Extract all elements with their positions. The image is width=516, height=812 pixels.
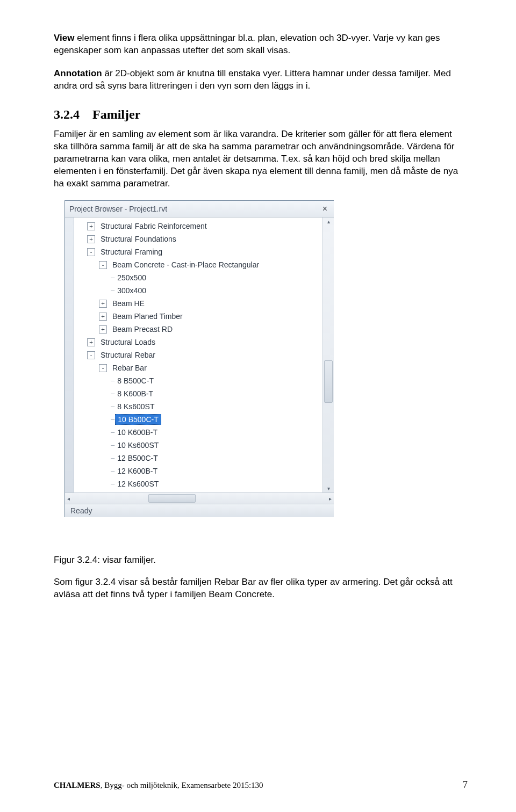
tree-item[interactable]: —12 Ks600ST <box>75 477 322 490</box>
tree-connector-icon: — <box>111 480 114 488</box>
bold-term-annotation: Annotation <box>54 68 102 78</box>
tree-item-label[interactable]: Beam Planed Timber <box>110 311 185 321</box>
vertical-scrollbar[interactable]: ▴ ▾ <box>322 218 334 492</box>
hscroll-track[interactable] <box>72 493 327 504</box>
tree-item[interactable]: -Beam Concrete - Cast-in-Place Rectangul… <box>75 258 322 271</box>
tree-view[interactable]: +Structural Fabric Reinforcement+Structu… <box>74 218 322 492</box>
tree-item[interactable]: —10 Ks600ST <box>75 439 322 452</box>
vscroll-thumb[interactable] <box>324 360 333 403</box>
document-page: View element finns i flera olika uppsätt… <box>0 0 516 812</box>
tree-item[interactable]: +Structural Fabric Reinforcement <box>75 220 322 233</box>
figure-caption: Figur 3.2.4: visar familjer. <box>54 555 468 566</box>
tree-item-label[interactable]: Beam HE <box>110 299 147 308</box>
collapse-icon[interactable]: - <box>99 261 107 269</box>
paragraph-view-rest: element finns i flera olika uppsättninga… <box>54 33 440 55</box>
footer-source: CHALMERS, Bygg- och miljöteknik, Examens… <box>54 781 263 790</box>
page-footer: CHALMERS, Bygg- och miljöteknik, Examens… <box>54 779 468 791</box>
tree-connector-icon: — <box>111 403 114 410</box>
tree-item-label[interactable]: 10 B500C-T <box>115 414 161 425</box>
footer-org: CHALMERS <box>54 781 101 789</box>
project-browser-panel: Project Browser - Project1.rvt × +Struct… <box>64 200 334 517</box>
tree-item[interactable]: —10 K600B-T <box>75 426 322 439</box>
tree-item-label[interactable]: 10 K600B-T <box>115 427 160 437</box>
tree-connector-icon: — <box>111 274 114 281</box>
tree-item-label[interactable]: Beam Precast RD <box>110 324 175 334</box>
tree-item[interactable]: -Structural Framing <box>75 245 322 258</box>
page-number: 7 <box>463 779 468 791</box>
tree-item[interactable]: —12 K600B-T <box>75 465 322 477</box>
tree-item-label[interactable]: Structural Loads <box>98 337 157 347</box>
tree-item-label[interactable]: 12 K600B-T <box>115 466 160 476</box>
tree-connector-icon: — <box>111 377 114 385</box>
paragraph-view: View element finns i flera olika uppsätt… <box>54 32 468 57</box>
tree-item[interactable]: +Structural Loads <box>75 336 322 349</box>
tree-connector-icon: — <box>111 454 114 462</box>
tree-item-label[interactable]: Structural Fabric Reinforcement <box>98 221 209 231</box>
expand-icon[interactable]: + <box>87 235 95 243</box>
scroll-up-icon[interactable]: ▴ <box>327 218 330 226</box>
close-icon[interactable]: × <box>320 204 329 214</box>
tree-item[interactable]: +Beam Precast RD <box>75 323 322 336</box>
paragraph-after-figure: Som figur 3.2.4 visar så består familjen… <box>54 576 468 601</box>
tree-item-label[interactable]: 12 Ks600ST <box>115 479 161 489</box>
expand-icon[interactable]: + <box>87 222 95 230</box>
tree-item[interactable]: —8 K600B-T <box>75 387 322 400</box>
section-heading: 3.2.4Familjer <box>54 107 468 122</box>
collapse-icon[interactable]: - <box>87 248 95 256</box>
paragraph-annotation: Annotation är 2D-objekt som är knutna ti… <box>54 68 468 92</box>
panel-titlebar[interactable]: Project Browser - Project1.rvt × <box>65 201 334 218</box>
tree-item-label[interactable]: 8 B500C-T <box>115 376 156 386</box>
tree-item-label[interactable]: 10 Ks600ST <box>115 440 161 450</box>
tree-connector-icon: — <box>111 467 114 475</box>
tree-connector-icon: — <box>111 390 114 397</box>
tree-item[interactable]: -Structural Rebar <box>75 349 322 361</box>
tree-item[interactable]: —12 B500C-T <box>75 452 322 465</box>
tree-item-label[interactable]: 300x400 <box>115 286 148 295</box>
status-bar: Ready <box>65 504 334 517</box>
tree-item-label[interactable]: Rebar Bar <box>110 363 149 373</box>
collapse-icon[interactable]: - <box>87 351 95 359</box>
scroll-down-icon[interactable]: ▾ <box>327 484 330 492</box>
tree-item[interactable]: -Rebar Bar <box>75 361 322 374</box>
tree-item[interactable]: —300x400 <box>75 284 322 297</box>
tree-item-label[interactable]: 8 Ks600ST <box>115 402 156 411</box>
tree-item-label[interactable]: 250x500 <box>115 273 148 282</box>
tree-item-label[interactable]: Structural Foundations <box>98 234 178 244</box>
expand-icon[interactable]: + <box>99 325 107 334</box>
tree-item[interactable]: —250x500 <box>75 271 322 284</box>
scroll-right-icon[interactable]: ▸ <box>327 496 334 502</box>
tree-item-label[interactable]: Structural Framing <box>98 247 164 257</box>
tree-item[interactable]: +Beam HE <box>75 297 322 310</box>
tree-item-label[interactable]: Structural Rebar <box>98 350 157 360</box>
expand-icon[interactable]: + <box>99 313 107 321</box>
tree-item[interactable]: +Beam Planed Timber <box>75 310 322 323</box>
expand-icon[interactable]: + <box>87 338 95 346</box>
expand-icon[interactable]: + <box>99 300 107 308</box>
vscroll-track[interactable] <box>323 226 334 484</box>
tree-item[interactable]: —8 Ks600ST <box>75 400 322 413</box>
tree-item[interactable]: —10 B500C-T <box>75 413 322 426</box>
footer-rest: , Bygg- och miljöteknik, Examensarbete 2… <box>101 781 263 789</box>
paragraph-familjer: Familjer är en samling av element som är… <box>54 128 468 190</box>
panel-left-gutter <box>65 218 74 492</box>
tree-item-label[interactable]: Beam Concrete - Cast-in-Place Rectangula… <box>110 260 261 270</box>
section-title: Familjer <box>92 107 140 121</box>
tree-connector-icon: — <box>111 416 114 423</box>
section-number: 3.2.4 <box>54 107 80 121</box>
tree-item[interactable]: —8 B500C-T <box>75 374 322 387</box>
tree-item-label[interactable]: 12 B500C-T <box>115 453 160 463</box>
paragraph-annotation-rest: är 2D-objekt som är knutna till enstaka … <box>54 68 451 91</box>
tree-connector-icon: — <box>111 287 114 294</box>
panel-title: Project Browser - Project1.rvt <box>69 205 167 213</box>
tree-item[interactable]: +Structural Foundations <box>75 233 322 245</box>
tree-item-label[interactable]: 8 K600B-T <box>115 389 155 398</box>
tree-connector-icon: — <box>111 429 114 436</box>
scroll-left-icon[interactable]: ◂ <box>65 496 72 502</box>
horizontal-scrollbar[interactable]: ◂ ▸ <box>65 492 334 504</box>
tree-connector-icon: — <box>111 441 114 449</box>
hscroll-thumb[interactable] <box>148 494 195 503</box>
bold-term-view: View <box>54 33 74 43</box>
collapse-icon[interactable]: - <box>99 364 107 372</box>
